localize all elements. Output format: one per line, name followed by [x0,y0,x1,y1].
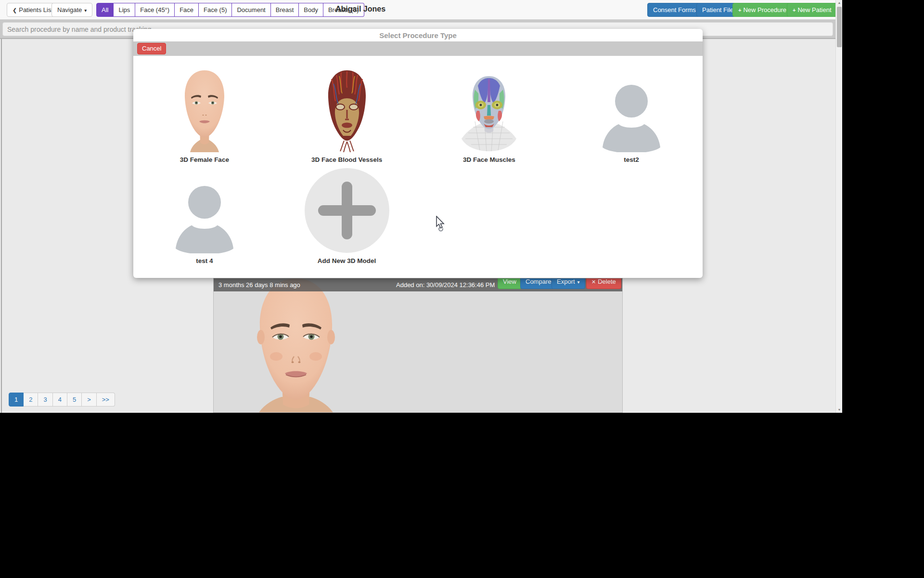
plus-icon: + [793,7,796,13]
scroll-up-icon[interactable]: ▲ [836,0,842,6]
mouse-cursor [436,216,448,234]
blood-vessels-thumbnail-icon [327,69,367,152]
procedure-type-test-4[interactable]: test 4 [133,166,276,278]
page-4-button[interactable]: 4 [53,393,67,407]
new-procedure-label: New Procedure [743,6,786,13]
page-3-button[interactable]: 3 [38,393,52,407]
top-navbar: ❮Patients List Navigate▾ All Lips Face (… [0,0,835,20]
select-procedure-modal: Select Procedure Type Cancel 3D Fe [133,29,703,278]
page-next-button[interactable]: > [82,393,97,407]
tab-face-45[interactable]: Face (45°) [135,3,175,17]
vertical-scrollbar: ▲ ▼ [835,0,842,413]
plus-icon: + [738,7,741,13]
modal-toolbar: Cancel [133,41,703,56]
navigate-label: Navigate [57,6,82,13]
tab-face-5[interactable]: Face (5) [199,3,232,17]
new-procedure-button[interactable]: +New Procedure [732,3,792,17]
procedure-type-row-1: 3D Female Face 3D Face Blood Vessels [133,56,703,166]
view-button[interactable]: View [498,278,522,289]
procedure-type-3d-female-face[interactable]: 3D Female Face [133,56,276,166]
delete-button[interactable]: ✕Delete [586,278,621,289]
procedure-type-label: 3D Female Face [180,156,229,163]
procedure-type-3d-face-blood-vessels[interactable]: 3D Face Blood Vessels [276,56,418,166]
patient-3d-face-image [226,278,366,413]
delete-x-icon: ✕ [591,279,596,285]
new-patient-button[interactable]: +New Patient [787,3,837,17]
tab-lips[interactable]: Lips [114,3,135,17]
consent-forms-button[interactable]: Consent Forms [647,3,702,17]
procedure-type-label: test 4 [196,257,213,264]
view-filter-tabs: All Lips Face (45°) Face Face (5) Docume… [96,3,364,17]
procedure-type-row-2: test 4 Add New 3D Model [133,166,703,278]
patient-name: Abigail Jones [335,5,385,13]
female-face-thumbnail-icon [182,69,227,152]
cancel-button[interactable]: Cancel [137,43,166,54]
procedure-type-label: Add New 3D Model [318,257,376,264]
navigate-button[interactable]: Navigate▾ [51,3,92,17]
patients-list-button[interactable]: ❮Patients List [7,3,59,17]
procedure-type-label: test2 [624,156,639,163]
face-muscles-thumbnail-icon [459,75,519,152]
page-left-border [1,39,2,413]
empty-cell [560,166,703,278]
procedure-type-test2[interactable]: test2 [560,56,703,166]
add-plus-icon [304,168,390,253]
female-face-render [226,278,366,413]
scrollbar-thumb[interactable] [837,7,842,47]
tab-breast[interactable]: Breast [271,3,299,17]
avatar-icon [599,84,664,152]
export-label: Export [557,278,575,285]
scroll-down-icon[interactable]: ▼ [836,407,842,413]
cursor-arrow-icon [436,216,448,232]
caret-down-icon: ▾ [578,279,580,285]
modal-title: Select Procedure Type [133,29,703,41]
tab-all[interactable]: All [96,3,114,17]
procedure-age: 3 months 26 days 8 mins ago [218,281,300,289]
page-1-button[interactable]: 1 [9,393,24,407]
patients-list-label: Patients List [19,6,53,13]
export-button[interactable]: Export▾ [552,278,585,289]
page-last-button[interactable]: >> [97,393,115,407]
procedure-card: 3 months 26 days 8 mins ago Added on: 30… [213,278,623,413]
tab-body[interactable]: Body [299,3,323,17]
pagination: 1 2 3 4 5 > >> [9,393,115,407]
procedure-type-label: 3D Face Muscles [463,156,515,163]
add-new-3d-model[interactable]: Add New 3D Model [276,166,418,278]
procedure-type-3d-face-muscles[interactable]: 3D Face Muscles [418,56,561,166]
chevron-left-icon: ❮ [13,7,17,13]
page-5-button[interactable]: 5 [67,393,82,407]
tab-face[interactable]: Face [175,3,199,17]
new-patient-label: New Patient [797,6,831,13]
caret-down-icon: ▾ [84,8,87,13]
tab-document[interactable]: Document [232,3,270,17]
procedure-added-on: Added on: 30/09/2024 12:36:46 PM [396,281,495,289]
avatar-icon [172,185,237,253]
delete-label: Delete [598,278,616,285]
procedure-type-label: 3D Face Blood Vessels [311,156,382,163]
app-window: ❮Patients List Navigate▾ All Lips Face (… [0,0,842,413]
page-2-button[interactable]: 2 [24,393,38,407]
